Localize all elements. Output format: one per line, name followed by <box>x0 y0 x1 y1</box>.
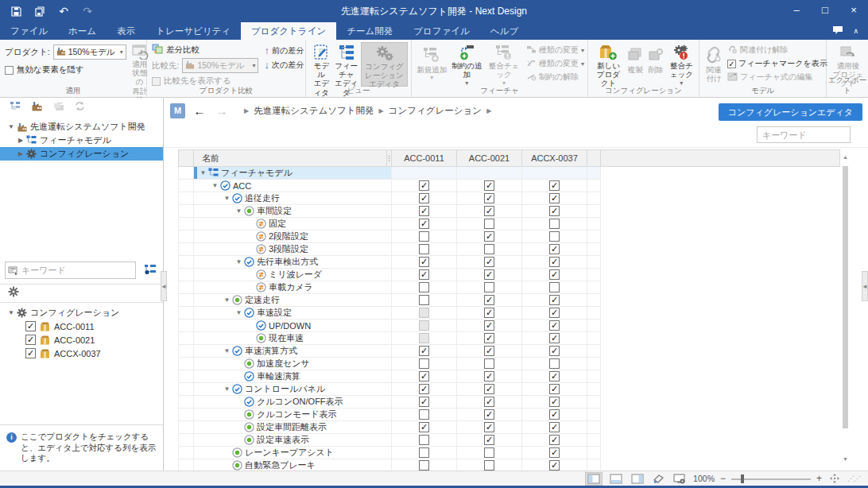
edit-feature-expression-button[interactable]: フィーチャ式の編集 <box>727 72 827 83</box>
sidebar-product-row[interactable]: ✓ACC-0021 <box>0 333 163 347</box>
feature-name-cell[interactable]: 3段階設定 <box>194 243 392 255</box>
feature-checkbox-unchecked[interactable] <box>419 358 429 369</box>
table-row[interactable]: ▼ACC✓✓✓ <box>179 180 601 192</box>
pan-tool-icon[interactable] <box>827 472 842 486</box>
ribbon-tab-5[interactable]: チーム開発 <box>336 22 403 40</box>
ribbon-tab-0[interactable]: ファイル <box>0 22 58 40</box>
row-header-cell[interactable] <box>179 180 194 192</box>
row-header-cell[interactable] <box>179 332 194 344</box>
scrollbar-track[interactable] <box>840 161 851 455</box>
product-cell[interactable] <box>392 167 457 179</box>
show-feature-marks-checkbox[interactable]: ✓ フィーチャマークを表示 <box>727 58 827 69</box>
product-cell[interactable]: ✓ <box>522 269 587 281</box>
feature-checkbox-checked[interactable]: ✓ <box>419 384 429 394</box>
product-cell[interactable] <box>457 243 522 255</box>
configuration-editor-toggle-button[interactable]: コンフィグレーションエディタ <box>719 103 862 121</box>
product-cell[interactable]: ✓ <box>522 307 587 319</box>
feature-checkbox-unchecked[interactable] <box>549 282 560 292</box>
feature-checkbox-unchecked[interactable] <box>419 447 429 458</box>
product-cell[interactable]: ✓ <box>522 447 587 459</box>
pane-layout-bottom-button[interactable] <box>608 472 624 486</box>
feature-name-cell[interactable]: UP/DOWN <box>194 320 392 331</box>
collapsed-arrow-icon[interactable]: ▶ <box>16 150 25 157</box>
row-header-cell[interactable] <box>179 269 194 281</box>
product-cell[interactable]: ✓ <box>457 370 522 382</box>
feature-checkbox-checked[interactable]: ✓ <box>549 295 560 305</box>
product-cell[interactable] <box>392 434 457 446</box>
vertical-scrollbar[interactable]: ▲ ▼ <box>840 153 851 463</box>
feature-name-cell[interactable]: 設定車速表示 <box>194 434 392 446</box>
product-column-header[interactable]: ACCX-0037 <box>522 150 587 166</box>
feature-checkbox-checked[interactable]: ✓ <box>419 257 429 267</box>
table-row[interactable]: 設定車間距離表示✓✓✓ <box>179 421 601 434</box>
table-row[interactable]: レーンキープアシスト✓ <box>179 447 601 459</box>
feature-checkbox-checked[interactable]: ✓ <box>549 384 560 394</box>
name-column-header[interactable]: 名前 <box>194 150 387 166</box>
product-checkbox[interactable]: ✓ <box>25 321 36 331</box>
row-header-cell[interactable] <box>179 421 194 433</box>
feature-checkbox-checked[interactable]: ✓ <box>484 206 494 216</box>
row-header-cell[interactable] <box>179 459 194 471</box>
feature-checkbox-checked[interactable]: ✓ <box>549 308 560 318</box>
sidebar-configuration-node[interactable]: ▶コンフィグレーション <box>0 147 163 161</box>
product-cell[interactable]: ✓ <box>457 320 522 331</box>
feature-name-cell[interactable]: 2段階設定 <box>194 230 392 242</box>
product-cell[interactable] <box>457 358 522 370</box>
feature-checkbox-checked[interactable]: ✓ <box>484 231 494 242</box>
feature-checkbox-unchecked[interactable] <box>484 460 494 471</box>
table-row[interactable]: ▼定速走行✓✓ <box>179 294 601 307</box>
feature-name-cell[interactable]: 設定車間距離表示 <box>194 421 392 433</box>
feature-checkbox-checked[interactable]: ✓ <box>419 346 429 356</box>
undo-icon[interactable]: ↶ <box>57 5 70 17</box>
product-cell[interactable] <box>392 358 457 370</box>
feature-checkbox-checked[interactable]: ✓ <box>484 435 494 445</box>
breadcrumb-item[interactable]: 先進運転システムソフト開発 <box>254 105 374 117</box>
feature-name-cell[interactable]: 固定 <box>194 218 392 230</box>
product-checkbox[interactable]: ✓ <box>25 348 36 358</box>
expanded-arrow-icon[interactable]: ▼ <box>223 347 231 354</box>
row-header-cell[interactable] <box>179 370 194 382</box>
row-header-cell[interactable] <box>179 345 194 357</box>
feature-checkbox-checked[interactable]: ✓ <box>484 422 494 432</box>
zoom-out-button[interactable]: − <box>720 473 726 484</box>
table-row[interactable]: ▼コントロールパネル✓✓✓ <box>179 383 601 396</box>
feature-name-cell[interactable]: ▼フィーチャモデル <box>194 167 392 179</box>
feature-checkbox-checked[interactable]: ✓ <box>549 320 560 331</box>
scroll-down-icon[interactable]: ▼ <box>843 455 848 463</box>
back-button[interactable]: ← <box>192 104 207 118</box>
product-cell[interactable] <box>457 167 522 179</box>
expanded-arrow-icon[interactable]: ▼ <box>223 195 231 202</box>
product-cell[interactable]: ✓ <box>392 218 457 230</box>
feature-checkbox-checked[interactable]: ✓ <box>549 409 560 420</box>
feature-checkbox-unchecked[interactable] <box>419 295 429 305</box>
row-header-cell[interactable] <box>179 358 194 370</box>
feature-checkbox-unchecked[interactable] <box>549 358 560 369</box>
product-cell[interactable]: ✓ <box>522 256 587 268</box>
table-row[interactable]: クルコンモード表示✓✓ <box>179 409 601 421</box>
product-cell[interactable]: ✓ <box>457 345 522 357</box>
product-cell[interactable] <box>392 307 457 319</box>
product-cell[interactable]: ✓ <box>522 434 587 446</box>
feature-checkbox-checked[interactable]: ✓ <box>419 397 429 407</box>
editor-search-input[interactable] <box>757 126 851 143</box>
feature-name-cell[interactable]: クルコンモード表示 <box>194 409 392 420</box>
feature-checkbox-checked[interactable]: ✓ <box>484 333 494 343</box>
scrollbar-thumb[interactable] <box>843 166 848 428</box>
feature-name-cell[interactable]: ▼追従走行 <box>194 192 392 204</box>
maximize-button[interactable]: □ <box>811 0 839 22</box>
product-cell[interactable]: ✓ <box>522 320 587 331</box>
product-cell[interactable]: ✓ <box>522 205 587 217</box>
table-row[interactable]: 2段階設定✓ <box>179 230 601 243</box>
feature-checkbox-checked[interactable]: ✓ <box>549 193 560 203</box>
resize-grip[interactable]: ⋰⋰ <box>847 474 860 482</box>
add-constraint-button[interactable]: 制約の追加 ▾ <box>450 42 485 87</box>
ribbon-tab-6[interactable]: プロファイル <box>403 22 480 40</box>
product-cell[interactable]: ✓ <box>522 370 587 382</box>
product-cell[interactable]: ✓ <box>522 243 587 255</box>
feature-checkbox-unchecked[interactable] <box>419 244 429 254</box>
product-cell[interactable] <box>392 447 457 459</box>
row-header-cell[interactable] <box>179 243 194 255</box>
product-cell[interactable]: ✓ <box>457 421 522 433</box>
feature-name-cell[interactable]: ▼車速演算方式 <box>194 345 392 357</box>
filter-tree-icon[interactable] <box>144 263 157 278</box>
